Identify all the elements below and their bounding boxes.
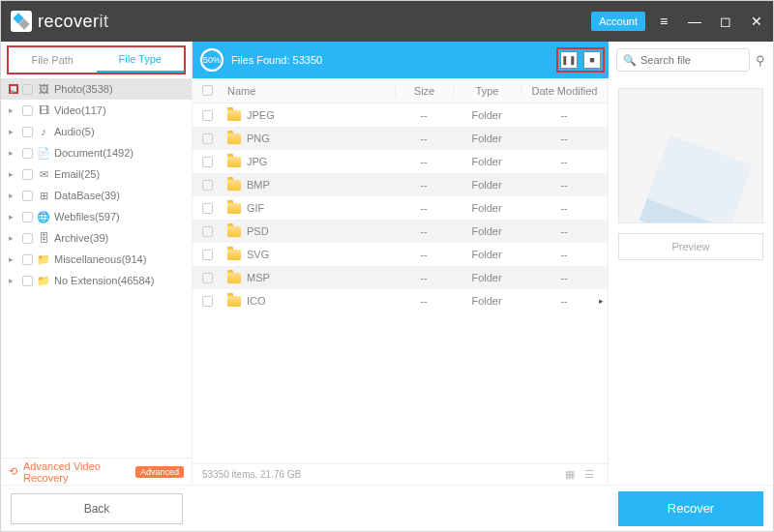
- tree-item[interactable]: ▸⊞DataBase(39): [1, 185, 192, 206]
- folder-icon: [227, 110, 241, 121]
- row-checkbox[interactable]: [202, 180, 213, 191]
- close-icon[interactable]: ✕: [750, 15, 763, 28]
- tree-item[interactable]: ▸📁Miscellaneous(914): [1, 249, 192, 270]
- expand-icon[interactable]: ▸: [9, 212, 18, 222]
- grid-view-icon[interactable]: ▦: [565, 468, 579, 482]
- advanced-recovery[interactable]: ⟲ Advanced Video Recovery Advanced: [1, 458, 192, 485]
- category-icon: 🎞: [37, 103, 50, 117]
- row-checkbox[interactable]: [202, 273, 213, 283]
- tree-item[interactable]: ▸🌐Webfiles(597): [1, 206, 192, 227]
- file-table: Name Size Type Date Modified JPEG--Folde…: [193, 78, 609, 485]
- minimize-icon[interactable]: —: [688, 15, 701, 28]
- row-name: JPEG: [247, 109, 275, 121]
- account-button[interactable]: Account: [591, 12, 645, 31]
- table-row[interactable]: JPG--Folder--: [193, 150, 608, 173]
- pause-button[interactable]: ❚❚: [560, 51, 578, 69]
- table-row[interactable]: SVG--Folder--: [193, 243, 608, 266]
- tree-checkbox[interactable]: [22, 254, 33, 265]
- tab-file-type[interactable]: File Type: [97, 47, 185, 73]
- tree-checkbox[interactable]: [22, 276, 33, 286]
- table-row[interactable]: JPEG--Folder--: [193, 103, 608, 127]
- row-name: PNG: [247, 133, 270, 144]
- scan-progress-bar: 50% Files Found: 53350 ❚❚ ■: [193, 42, 609, 78]
- status-text: 53350 items, 21.76 GB: [202, 469, 301, 480]
- row-checkbox[interactable]: [202, 250, 213, 260]
- category-icon: ⊞: [37, 189, 50, 202]
- tree-checkbox[interactable]: [22, 84, 33, 95]
- tree-item[interactable]: ▸🎞Video(117): [1, 100, 192, 121]
- row-name: PSD: [247, 225, 269, 237]
- select-all-checkbox[interactable]: [202, 85, 213, 96]
- expand-icon[interactable]: ▸: [9, 233, 18, 243]
- tree-item[interactable]: ▸🖼Photo(3538): [1, 78, 192, 100]
- tree-item[interactable]: ▸📁No Extension(46584): [1, 270, 192, 291]
- table-header: Name Size Type Date Modified: [193, 78, 608, 103]
- category-icon: 🗄: [37, 231, 50, 245]
- tree-checkbox[interactable]: [22, 127, 33, 137]
- stop-button[interactable]: ■: [583, 51, 601, 69]
- row-size: --: [395, 272, 453, 283]
- col-size[interactable]: Size: [395, 85, 453, 97]
- table-row[interactable]: GIF--Folder--: [193, 196, 608, 220]
- row-size: --: [395, 202, 453, 214]
- tree-checkbox[interactable]: [22, 191, 33, 201]
- tree-label: Miscellaneous(914): [54, 253, 146, 265]
- progress-ring: 50%: [200, 48, 223, 72]
- filter-icon[interactable]: ⚲: [756, 53, 765, 68]
- expand-icon[interactable]: ▸: [9, 254, 18, 264]
- tree-checkbox[interactable]: [22, 105, 33, 116]
- expand-icon[interactable]: ▸: [9, 84, 18, 94]
- tree-item[interactable]: ▸🗄Archive(39): [1, 227, 192, 249]
- row-date: --: [521, 156, 608, 167]
- row-expand-icon[interactable]: ▸: [599, 296, 604, 306]
- col-date[interactable]: Date Modified: [521, 85, 608, 97]
- maximize-icon[interactable]: ◻: [719, 15, 732, 28]
- expand-icon[interactable]: ▸: [9, 127, 18, 136]
- tree-checkbox[interactable]: [22, 212, 33, 222]
- tree-checkbox[interactable]: [22, 233, 33, 244]
- tree-label: No Extension(46584): [54, 275, 154, 286]
- table-row[interactable]: PSD--Folder--: [193, 220, 608, 243]
- expand-icon[interactable]: ▸: [9, 276, 18, 285]
- category-icon: ✉: [37, 167, 50, 181]
- search-input[interactable]: [640, 54, 743, 66]
- table-row[interactable]: MSP--Folder--: [193, 266, 608, 289]
- row-name: JPG: [247, 156, 267, 167]
- expand-icon[interactable]: ▸: [9, 148, 18, 158]
- recover-button[interactable]: Recover: [618, 491, 763, 526]
- tree-item[interactable]: ▸✉Email(25): [1, 163, 192, 185]
- folder-icon: [227, 133, 241, 144]
- preview-button[interactable]: Preview: [618, 233, 763, 260]
- window-controls: ≡ — ◻ ✕: [657, 15, 763, 28]
- tree-item[interactable]: ▸♪Audio(5): [1, 121, 192, 142]
- expand-icon[interactable]: ▸: [9, 105, 18, 115]
- col-name[interactable]: Name: [222, 85, 395, 97]
- app-logo: recoverit: [11, 11, 109, 32]
- row-checkbox[interactable]: [202, 157, 213, 167]
- menu-icon[interactable]: ≡: [657, 15, 670, 28]
- row-checkbox[interactable]: [202, 203, 213, 214]
- expand-icon[interactable]: ▸: [9, 169, 18, 179]
- row-checkbox[interactable]: [202, 110, 213, 121]
- col-type[interactable]: Type: [453, 85, 521, 97]
- category-icon: 📄: [37, 146, 50, 160]
- row-size: --: [395, 225, 453, 237]
- row-size: --: [395, 295, 453, 307]
- row-checkbox[interactable]: [202, 133, 213, 144]
- tree-checkbox[interactable]: [22, 148, 33, 159]
- table-row[interactable]: PNG--Folder--: [193, 127, 608, 150]
- table-row[interactable]: BMP--Folder--: [193, 173, 608, 196]
- search-box[interactable]: 🔍: [616, 48, 750, 72]
- list-view-icon[interactable]: ☰: [584, 468, 598, 482]
- back-button[interactable]: Back: [11, 493, 183, 524]
- row-checkbox[interactable]: [202, 226, 213, 237]
- expand-icon[interactable]: ▸: [9, 191, 18, 200]
- row-checkbox[interactable]: [202, 296, 213, 307]
- tree-item[interactable]: ▸📄Document(1492): [1, 142, 192, 163]
- row-size: --: [395, 179, 453, 191]
- tab-file-path[interactable]: File Path: [9, 47, 97, 73]
- category-icon: ♪: [37, 125, 50, 138]
- tree-label: Audio(5): [54, 126, 95, 137]
- tree-checkbox[interactable]: [22, 169, 33, 180]
- table-row[interactable]: ICO--Folder--▸: [193, 289, 608, 312]
